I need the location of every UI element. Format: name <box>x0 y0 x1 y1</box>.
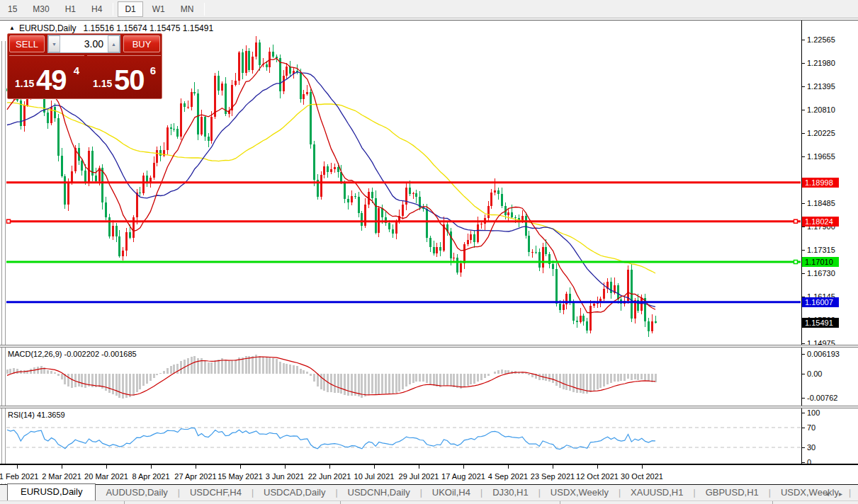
bid-price[interactable]: 1.15 49 4 <box>9 55 84 98</box>
chart-tab-usdcnh-daily[interactable]: USDCNH,Daily <box>338 485 420 500</box>
bid-price-prefix: 1.15 <box>15 78 34 89</box>
date-tick-mark <box>329 465 330 469</box>
ask-price-pipette: 6 <box>150 64 156 76</box>
axis-tick-mark <box>801 462 805 463</box>
axis-tick-mark <box>801 110 805 110</box>
date-tick-mark <box>419 465 419 469</box>
sell-button[interactable]: SELL <box>9 35 45 52</box>
chart-header: ▲EURUSD,Daily1.15516 1.15674 1.15475 1.1… <box>9 23 213 33</box>
status-strip-separator <box>560 501 560 504</box>
rsi-axis-label: 100 <box>807 408 820 417</box>
date-label: 2 Mar 2021 <box>42 472 81 481</box>
macd-axis-label: 0.006193 <box>807 350 840 358</box>
axis-tick-mark <box>801 428 805 428</box>
date-label: 11 Feb 2021 <box>0 472 38 481</box>
bid-price-main: 49 <box>36 64 67 96</box>
date-tick-mark <box>642 465 643 469</box>
rsi-axis-label: 70 <box>807 423 815 432</box>
timeframe-button-d1[interactable]: D1 <box>118 1 142 17</box>
axis-tick-label: 1.22565 <box>807 35 835 44</box>
timeframe-toolbar: 15M30H1H4D1W1MN <box>0 0 858 18</box>
bid-price-pipette: 4 <box>74 64 79 76</box>
axis-tick-label: 1.20810 <box>807 105 835 114</box>
chart-tab-gbpusd-h1[interactable]: GBPUSD,H1 <box>696 485 769 500</box>
date-tick-mark <box>508 465 509 469</box>
date-tick-mark <box>374 465 375 469</box>
volume-increase-button[interactable]: ▲ <box>108 35 120 52</box>
chart-tab-eurusd-daily[interactable]: EURUSD,Daily <box>7 483 96 500</box>
timeframe-button-15[interactable]: 15 <box>1 2 23 16</box>
timeframe-button-mn[interactable]: MN <box>174 2 201 16</box>
rsi-indicator-label: RSI(14) 41.3659 <box>8 411 65 419</box>
chart-tab-usdchf-h4[interactable]: USDCHF,H4 <box>180 485 252 500</box>
axis-tick-mark <box>801 40 805 40</box>
axis-tick-label: 1.21395 <box>807 82 835 91</box>
axis-tick-mark <box>801 398 805 399</box>
timeframe-button-w1[interactable]: W1 <box>146 2 171 16</box>
tab-scroll-arrows[interactable]: ◂▸ <box>825 490 852 498</box>
date-label: 12 Oct 2021 <box>576 472 619 481</box>
date-tick-mark <box>597 465 598 469</box>
date-label: 29 Jul 2021 <box>399 472 439 481</box>
axis-tick-mark <box>801 273 805 274</box>
buy-button[interactable]: BUY <box>123 35 160 52</box>
date-axis: 11 Feb 20212 Mar 202120 Mar 20218 Apr 20… <box>0 465 858 483</box>
axis-tick-label: 1.19655 <box>807 152 835 161</box>
ask-price-main: 50 <box>114 64 145 96</box>
ask-price[interactable]: 1.15 50 6 <box>87 55 161 98</box>
date-label: 4 Sep 2021 <box>488 472 528 481</box>
axis-tick-mark <box>801 156 805 157</box>
axis-tick-mark <box>801 374 805 374</box>
axis-tick-label: 1.21980 <box>807 59 835 67</box>
axis-tick-mark <box>801 227 805 227</box>
date-tick-mark <box>196 465 196 469</box>
axis-tick-label: 1.20225 <box>807 129 835 137</box>
date-tick-mark <box>106 465 107 469</box>
chart-window-left-border <box>0 41 6 504</box>
rsi-axis-label: 30 <box>807 443 815 452</box>
date-label: 17 Aug 2021 <box>441 472 485 481</box>
volume-input[interactable]: 3.00 <box>60 35 108 52</box>
timeframe-button-h1[interactable]: H1 <box>59 2 82 16</box>
chart-area[interactable]: 1.225651.219801.213951.208101.202251.196… <box>0 21 858 483</box>
chart-tab-usdcad-daily[interactable]: USDCAD,Daily <box>254 485 335 500</box>
volume-decrease-button[interactable]: ▼ <box>48 35 60 52</box>
date-label: 8 Apr 2021 <box>132 472 169 481</box>
toolbar-separator <box>113 3 113 16</box>
status-strip <box>0 500 858 504</box>
axis-tick-mark <box>801 203 805 204</box>
axis-tick-mark <box>801 63 805 64</box>
axis-tick-mark <box>801 447 805 448</box>
chart-tab-ukoil-h4[interactable]: UKOil,H4 <box>422 485 480 500</box>
ask-price-prefix: 1.15 <box>93 78 112 89</box>
one-click-trade-panel: SELL ▼ 3.00 ▲ BUY 1.15 49 4 1.15 50 6 <box>7 33 162 99</box>
date-label: 10 Jul 2021 <box>354 472 395 481</box>
chart-tab-xauusd-h1[interactable]: XAUUSD,H1 <box>621 485 693 500</box>
timeframe-button-m30[interactable]: M30 <box>26 2 55 16</box>
macd-axis-label: -0.00762 <box>807 394 837 402</box>
price-level-badge: 1.18024 <box>802 217 839 227</box>
price-level-badge: 1.16007 <box>802 297 839 307</box>
date-label: 15 May 2021 <box>218 472 263 481</box>
trading-platform-window: 15M30H1H4D1W1MN 1.225651.219801.213951.2… <box>0 0 858 504</box>
chart-tab-audusd-daily[interactable]: AUDUSD,Daily <box>96 485 177 500</box>
chart-tab-dj30-h1[interactable]: DJ30,H1 <box>482 485 538 500</box>
axis-tick-mark <box>801 250 805 251</box>
date-label: 22 Jun 2021 <box>308 472 351 481</box>
date-label: 3 Jun 2021 <box>266 472 304 481</box>
date-tick-mark <box>17 465 18 469</box>
axis-tick-mark <box>801 133 805 134</box>
status-strip-separator <box>772 501 773 504</box>
rsi-panel-splitter[interactable] <box>0 406 858 408</box>
status-strip-separator <box>340 501 341 504</box>
date-tick-mark <box>240 465 241 469</box>
date-tick-mark <box>463 465 464 469</box>
date-tick-mark <box>151 465 152 469</box>
macd-panel-splitter[interactable] <box>0 345 858 348</box>
volume-spinner: ▼ 3.00 ▲ <box>47 35 120 53</box>
price-level-badge: 1.18998 <box>802 178 839 188</box>
timeframe-button-h4[interactable]: H4 <box>85 2 108 16</box>
date-label: 20 Mar 2021 <box>84 472 128 481</box>
chart-tab-usdx-weekly[interactable]: USDX,Weekly <box>541 485 619 500</box>
collapse-triangle-icon[interactable]: ▲ <box>9 25 15 31</box>
